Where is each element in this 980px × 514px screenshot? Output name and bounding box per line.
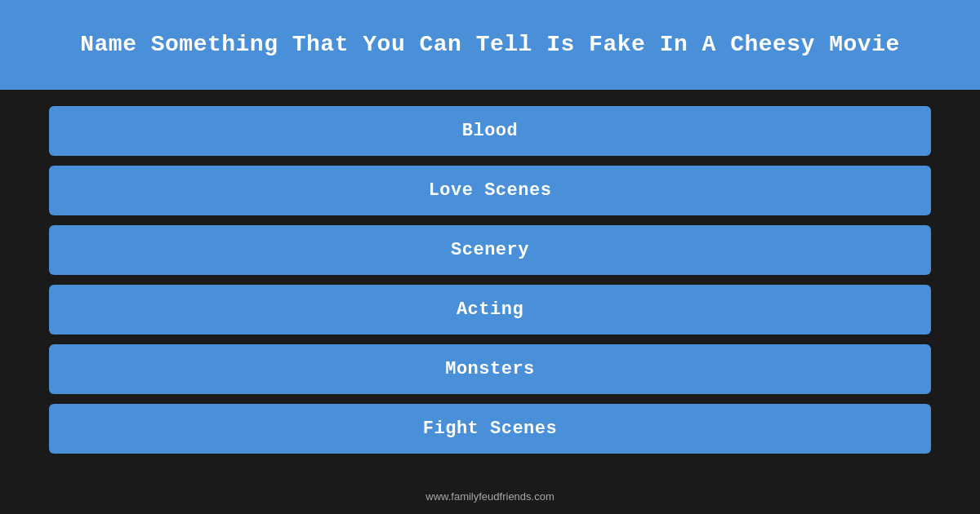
footer-url: www.familyfeudfriends.com <box>425 490 555 503</box>
answer-label-1: Blood <box>462 121 519 141</box>
answer-label-2: Love Scenes <box>429 180 552 201</box>
answer-label-5: Monsters <box>445 359 535 379</box>
answer-label-6: Fight Scenes <box>423 419 557 439</box>
answer-button-1[interactable]: Blood <box>49 106 931 156</box>
answers-container: BloodLove ScenesSceneryActingMonstersFig… <box>0 90 980 483</box>
answer-label-3: Scenery <box>451 240 529 260</box>
answer-label-4: Acting <box>457 299 523 320</box>
answer-button-3[interactable]: Scenery <box>49 225 931 275</box>
answer-button-6[interactable]: Fight Scenes <box>49 404 931 454</box>
answer-button-5[interactable]: Monsters <box>49 344 931 394</box>
answer-button-2[interactable]: Love Scenes <box>49 166 931 215</box>
answer-button-4[interactable]: Acting <box>49 285 931 335</box>
question-title: Name Something That You Can Tell Is Fake… <box>80 30 900 60</box>
footer: www.familyfeudfriends.com <box>0 483 980 514</box>
header: Name Something That You Can Tell Is Fake… <box>0 0 980 90</box>
